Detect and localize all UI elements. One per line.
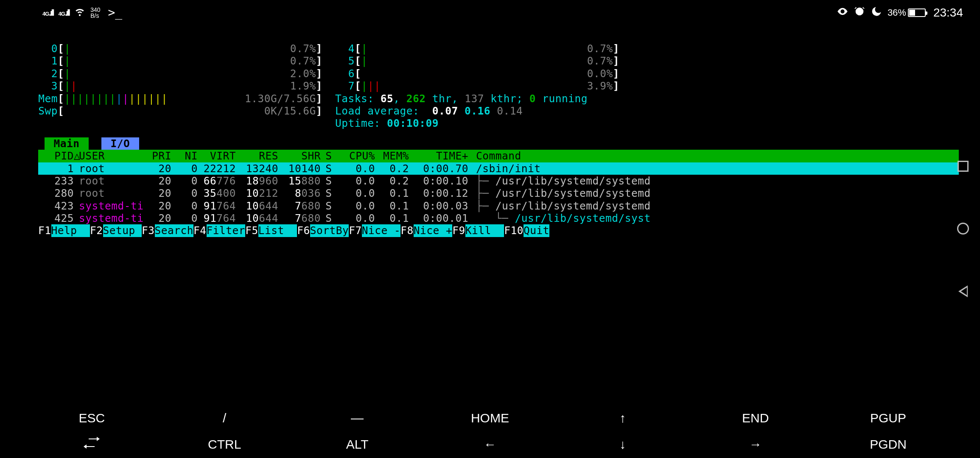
meters-area: 0[|0.7%]1[|0.7%]2[|2.0%]3[||1.9%] 4[|0.7…: [38, 42, 959, 92]
fnkey-f8[interactable]: F8Nice +: [400, 224, 452, 237]
table-row[interactable]: 233 root200667761896015880S0.00.20:00.10…: [38, 175, 959, 187]
process-list[interactable]: 1 root200222121324010140S0.00.20:00.70/s…: [38, 162, 959, 225]
cpu-meter-3: 3[||1.9%]: [38, 80, 322, 92]
cpu-meter-4: 4[|0.7%]: [335, 42, 619, 55]
softkey-pgup[interactable]: PGUP: [846, 411, 930, 426]
softkey-down[interactable]: ↓: [580, 437, 665, 452]
fnkey-f7[interactable]: F7Nice -: [349, 224, 400, 237]
uptime-line: Uptime: 00:10:09: [335, 117, 959, 129]
moon-icon: [871, 6, 882, 20]
mem-swap-area: Mem[||||||||||||||||1.30G/7.56G] Swp[0K/…: [38, 92, 959, 130]
softkey-/[interactable]: /: [182, 411, 267, 426]
softkey-left[interactable]: ←: [448, 437, 532, 452]
load-average-line: Load average: 0.07 0.16 0.14: [335, 105, 959, 117]
fnkey-f4[interactable]: F4Filter: [193, 224, 245, 237]
cpu-meter-1: 1[|0.7%]: [38, 55, 322, 67]
mem-meter: Mem[||||||||||||||||1.30G/7.56G]: [38, 92, 322, 105]
softkey-home[interactable]: HOME: [448, 411, 532, 426]
cpu-meter-5: 5[|0.7%]: [335, 55, 619, 67]
fnkey-f6[interactable]: F6SortBy: [297, 224, 349, 237]
terminal-softkeys: ESC/―HOME↑ENDPGUP CTRLALT←↓→PGDN: [25, 411, 955, 452]
android-nav-bar: [950, 0, 976, 458]
tasks-line: Tasks: 65, 262 thr, 137 kthr; 0 running: [335, 92, 959, 105]
cpu-meter-6: 6[0.0%]: [335, 67, 619, 80]
swap-meter: Swp[0K/15.6G]: [38, 105, 322, 117]
softkey-ctrl[interactable]: CTRL: [182, 437, 267, 452]
softkey-up[interactable]: ↑: [580, 411, 665, 426]
softkey-end[interactable]: END: [713, 411, 798, 426]
wifi-icon: [74, 6, 85, 20]
process-header[interactable]: PID△USERPRINIVIRTRESSHRSCPU%MEM%TIME+Com…: [38, 150, 959, 162]
htop-terminal[interactable]: 0[|0.7%]1[|0.7%]2[|2.0%]3[||1.9%] 4[|0.7…: [38, 42, 959, 237]
alarm-icon: [854, 6, 865, 20]
softkey-right[interactable]: →: [713, 437, 798, 452]
function-key-bar: F1Help F2Setup F3SearchF4FilterF5List F6…: [38, 224, 959, 237]
home-icon[interactable]: [957, 223, 969, 235]
eye-icon: [837, 6, 848, 20]
signal-4g-1: 4G.ıll: [42, 8, 53, 18]
fnkey-f5[interactable]: F5List: [245, 224, 297, 237]
table-row[interactable]: 423 systemd-ti20091764106447680S0.00.10:…: [38, 200, 959, 212]
data-rate: 340 B/s: [90, 7, 100, 19]
softkey-tab[interactable]: [49, 437, 134, 452]
battery-level: 36%: [888, 7, 926, 18]
cpu-meter-7: 7[|||3.9%]: [335, 80, 619, 92]
softkey-esc[interactable]: ESC: [49, 411, 134, 426]
android-statusbar: 4G.ıll 4G.ıll 340 B/s >_ 36% 23:34: [0, 0, 980, 25]
fnkey-f10[interactable]: F10Quit: [504, 224, 549, 237]
battery-icon: [908, 8, 926, 17]
table-row[interactable]: 425 systemd-ti20091764106447680S0.00.10:…: [38, 212, 959, 224]
softkey-pgdn[interactable]: PGDN: [846, 437, 930, 452]
cpu-meter-0: 0[|0.7%]: [38, 42, 322, 55]
tab-io[interactable]: I/O: [101, 137, 139, 150]
back-icon[interactable]: [958, 285, 968, 297]
table-row[interactable]: 1 root200222121324010140S0.00.20:00.70/s…: [38, 162, 959, 175]
softkey-alt[interactable]: ALT: [315, 437, 400, 452]
signal-4g-2: 4G.ıll: [59, 8, 70, 18]
screen-tabs: Main I/O: [38, 137, 959, 150]
recents-icon[interactable]: [958, 161, 969, 172]
terminal-app-icon: >_: [108, 6, 123, 20]
fnkey-f3[interactable]: F3Search: [142, 224, 193, 237]
fnkey-f1[interactable]: F1Help: [38, 224, 90, 237]
tab-main[interactable]: Main: [45, 137, 89, 150]
cpu-meter-2: 2[|2.0%]: [38, 67, 322, 80]
softkey-―[interactable]: ―: [315, 411, 400, 426]
table-row[interactable]: 280 root20035400102128036S0.00.10:00.12├…: [38, 187, 959, 199]
fnkey-f9[interactable]: F9Kill: [452, 224, 504, 237]
fnkey-f2[interactable]: F2Setup: [90, 224, 142, 237]
